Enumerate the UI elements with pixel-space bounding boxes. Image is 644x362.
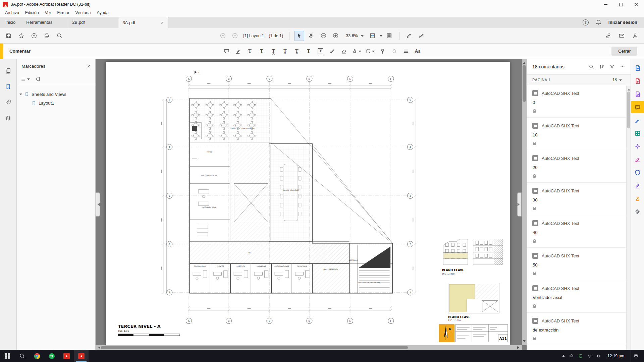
- comment-item[interactable]: AutoCAD SHX Text de extracción: [527, 313, 631, 345]
- create-pdf-icon[interactable]: [631, 75, 644, 87]
- chrome-taskbar-icon[interactable]: [30, 350, 44, 362]
- draw-icon[interactable]: [327, 46, 337, 56]
- tab-close-icon[interactable]: [161, 21, 164, 24]
- replace-text-icon[interactable]: T: [292, 46, 302, 56]
- sticky-note-icon[interactable]: [222, 46, 231, 56]
- comment-item[interactable]: AutoCAD SHX Text Ventilador axial: [527, 280, 631, 313]
- maximize-button[interactable]: [613, 0, 629, 9]
- pdf-page[interactable]: AABBCCDDEEFF5544332211CONTABILIDADEVENTO…: [106, 62, 510, 345]
- comment-item[interactable]: AutoCAD SHX Text 40: [527, 215, 631, 248]
- scroll-down-icon[interactable]: [523, 340, 526, 344]
- more-tools-icon[interactable]: [631, 205, 644, 218]
- link-share-button[interactable]: [603, 31, 613, 41]
- profile-button[interactable]: [630, 31, 640, 41]
- save-button[interactable]: [3, 31, 13, 41]
- bookmark-root-item[interactable]: Sheets and Views: [19, 90, 93, 99]
- eraser-icon[interactable]: [339, 46, 348, 56]
- menu-ventana[interactable]: Ventana: [72, 9, 94, 17]
- page-indicator[interactable]: [1] Layout1: [243, 34, 264, 38]
- chevron-down-icon[interactable]: [619, 79, 622, 82]
- scroll-left-icon[interactable]: [97, 346, 100, 349]
- tab-doc-2b[interactable]: 2B.pdf: [68, 17, 118, 28]
- protect-icon[interactable]: [631, 166, 644, 179]
- close-button[interactable]: [629, 0, 644, 9]
- ai-assistant-icon[interactable]: [631, 140, 644, 153]
- expand-chevron-icon[interactable]: [19, 94, 22, 97]
- document-viewport[interactable]: AABBCCDDEEFF5544332211CONTABILIDADEVENTO…: [96, 59, 527, 350]
- spotify-taskbar-icon[interactable]: [44, 350, 59, 362]
- shield-icon[interactable]: [578, 354, 583, 358]
- vertical-scrollbar-thumb[interactable]: [523, 65, 526, 102]
- taskbar-clock[interactable]: 12:19 pm: [605, 354, 626, 358]
- fill-color-icon[interactable]: [389, 46, 399, 56]
- share-button[interactable]: [29, 31, 39, 41]
- fit-page-button[interactable]: [368, 31, 378, 41]
- highlight-icon[interactable]: [233, 46, 243, 56]
- page-thumbnails-icon[interactable]: [5, 68, 11, 74]
- comments-scrollbar-thumb[interactable]: [627, 92, 630, 128]
- highlighter-icon[interactable]: [631, 179, 644, 192]
- bookmark-child-item[interactable]: Layout1: [19, 99, 93, 107]
- comment-item[interactable]: AutoCAD SHX Text 0: [527, 85, 631, 118]
- scroll-up-icon[interactable]: [523, 61, 526, 64]
- search-comments-icon[interactable]: [589, 64, 594, 69]
- menu-ayuda[interactable]: Ayuda: [94, 9, 111, 17]
- edit-pdf-icon[interactable]: [631, 88, 644, 100]
- print-button[interactable]: [42, 31, 52, 41]
- comment-options-icon[interactable]: [620, 64, 625, 69]
- sign-tool-button[interactable]: [416, 31, 426, 41]
- fill-sign-icon[interactable]: [631, 153, 644, 166]
- next-page-button[interactable]: [230, 31, 240, 41]
- hidden-icons-chevron[interactable]: [562, 354, 565, 357]
- hand-tool-button[interactable]: [306, 31, 316, 41]
- cloud-icon[interactable]: [569, 354, 574, 358]
- zoom-out-button[interactable]: [318, 31, 328, 41]
- insert-text-icon[interactable]: T: [280, 46, 290, 56]
- comment-item[interactable]: AutoCAD SHX Text 20: [527, 150, 631, 183]
- scroll-right-icon[interactable]: [517, 346, 521, 349]
- tab-doc-3a[interactable]: 3A.pdf: [118, 17, 168, 28]
- zoom-level-dropdown[interactable]: 33.6%: [342, 32, 365, 40]
- star-button[interactable]: [16, 31, 26, 41]
- shapes-icon[interactable]: [364, 46, 375, 56]
- stamp-icon[interactable]: [351, 46, 362, 56]
- email-button[interactable]: [616, 31, 627, 41]
- bookmarks-icon[interactable]: [5, 83, 11, 90]
- scroll-up-icon[interactable]: [628, 87, 630, 90]
- text-box-icon[interactable]: T: [316, 46, 325, 56]
- pin-icon[interactable]: [378, 46, 387, 56]
- volume-icon[interactable]: [596, 354, 601, 358]
- request-signatures-icon[interactable]: [631, 114, 644, 126]
- squiggly-text-icon[interactable]: T: [269, 46, 278, 56]
- menu-edicion[interactable]: Edición: [22, 9, 42, 17]
- filter-comments-icon[interactable]: [609, 64, 615, 69]
- horizontal-scrollbar[interactable]: [96, 345, 522, 350]
- text-style-icon[interactable]: Aa: [413, 46, 422, 56]
- taskbar-search-button[interactable]: [15, 350, 30, 362]
- stamp-icon[interactable]: [631, 192, 644, 205]
- horizontal-scrollbar-thumb[interactable]: [101, 346, 408, 349]
- strikethrough-text-icon[interactable]: T: [257, 46, 266, 56]
- line-weight-icon[interactable]: [401, 46, 411, 56]
- action-center-button[interactable]: [631, 350, 641, 362]
- tab-herramientas[interactable]: Herramientas: [21, 17, 58, 28]
- wifi-icon[interactable]: [587, 354, 592, 358]
- bookmark-options-button[interactable]: [21, 76, 30, 82]
- previous-page-button[interactable]: [218, 31, 228, 41]
- menu-firmar[interactable]: Firmar: [54, 9, 72, 17]
- select-tool-button[interactable]: [294, 31, 304, 41]
- comment-tool-icon[interactable]: [631, 101, 644, 113]
- scroll-mode-button[interactable]: [384, 31, 394, 41]
- close-bookmarks-icon[interactable]: [87, 64, 90, 67]
- adobe-app-taskbar-icon[interactable]: [59, 350, 74, 362]
- pen-tool-button[interactable]: [404, 31, 414, 41]
- organize-pages-icon[interactable]: [631, 127, 644, 139]
- find-button[interactable]: [54, 31, 64, 41]
- add-text-icon[interactable]: T: [304, 46, 313, 56]
- cerrar-button[interactable]: Cerrar: [611, 47, 637, 56]
- tab-inicio[interactable]: Inicio: [0, 17, 21, 28]
- zoom-in-button[interactable]: [330, 31, 340, 41]
- help-icon[interactable]: [583, 19, 589, 25]
- page-group-row[interactable]: PÁGINA 1 18: [527, 74, 631, 85]
- comment-item[interactable]: AutoCAD SHX Text 50: [527, 248, 631, 280]
